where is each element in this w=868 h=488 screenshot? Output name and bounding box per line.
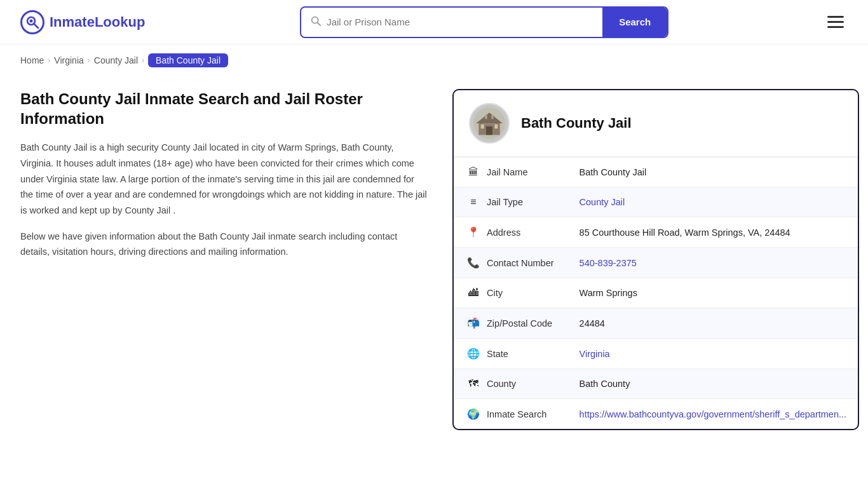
logo-text: InmateLookup — [50, 14, 145, 30]
info-card: Bath County Jail 🏛Jail NameBath County J… — [452, 89, 859, 430]
svg-rect-11 — [494, 125, 498, 129]
jail-avatar — [469, 103, 510, 144]
logo-link[interactable]: InmateLookup — [20, 10, 145, 34]
main-content: Bath County Jail Inmate Search and Jail … — [0, 76, 868, 456]
page-title: Bath County Jail Inmate Search and Jail … — [20, 89, 427, 128]
info-label-county: 🗺County — [454, 369, 567, 399]
site-header: InmateLookup Search — [0, 0, 868, 44]
info-value-jail-type: County Jail — [567, 187, 859, 217]
svg-rect-9 — [486, 126, 492, 135]
svg-rect-10 — [481, 125, 484, 129]
search-button[interactable]: Search — [602, 8, 667, 37]
info-value-jail-name: Bath County Jail — [567, 158, 859, 187]
info-label-zip/postal-code: 📬Zip/Postal Code — [454, 308, 567, 339]
info-value-city: Warm Springs — [567, 278, 859, 308]
breadcrumb-county-jail[interactable]: County Jail — [94, 55, 138, 65]
svg-rect-13 — [491, 115, 493, 119]
svg-line-4 — [318, 23, 321, 26]
search-icon — [310, 15, 322, 29]
left-column: Bath County Jail Inmate Search and Jail … — [20, 89, 427, 270]
search-input[interactable] — [327, 17, 593, 27]
search-bar: Search — [300, 6, 668, 38]
info-label-contact-number: 📞Contact Number — [454, 248, 567, 278]
description-paragraph-1: Bath County Jail is a high security Coun… — [20, 140, 427, 218]
svg-rect-12 — [485, 115, 487, 119]
info-label-city: 🏙City — [454, 278, 567, 308]
breadcrumb: Home › Virginia › County Jail › Bath Cou… — [0, 44, 868, 76]
info-label-address: 📍Address — [454, 217, 567, 248]
breadcrumb-virginia[interactable]: Virginia — [54, 55, 83, 65]
breadcrumb-sep-3: › — [142, 56, 144, 65]
info-label-state: 🌐State — [454, 339, 567, 369]
breadcrumb-sep-2: › — [88, 56, 90, 65]
svg-point-2 — [30, 19, 33, 22]
info-value-zip/postal-code: 24484 — [567, 308, 859, 339]
info-value-contact-number: 540-839-2375 — [567, 248, 859, 278]
svg-line-1 — [34, 24, 38, 28]
info-label-jail-name: 🏛Jail Name — [454, 158, 567, 187]
card-header: Bath County Jail — [454, 90, 858, 157]
breadcrumb-current: Bath County Jail — [148, 53, 228, 67]
info-value-inmate-search: https://www.bathcountyva.gov/government/… — [567, 399, 859, 430]
info-value-county: Bath County — [567, 369, 859, 399]
info-value-address: 85 Courthouse Hill Road, Warm Springs, V… — [567, 217, 859, 248]
info-label-jail-type: ≡Jail Type — [454, 187, 567, 217]
info-table: 🏛Jail NameBath County Jail≡Jail TypeCoun… — [454, 157, 859, 429]
description-paragraph-2: Below we have given information about th… — [20, 229, 427, 260]
info-value-state: Virginia — [567, 339, 859, 369]
card-title: Bath County Jail — [521, 115, 632, 132]
logo-icon — [20, 10, 44, 34]
breadcrumb-sep-1: › — [48, 56, 50, 65]
breadcrumb-home[interactable]: Home — [20, 55, 44, 65]
info-label-inmate-search: 🌍Inmate Search — [454, 399, 567, 430]
hamburger-menu[interactable] — [824, 12, 848, 32]
